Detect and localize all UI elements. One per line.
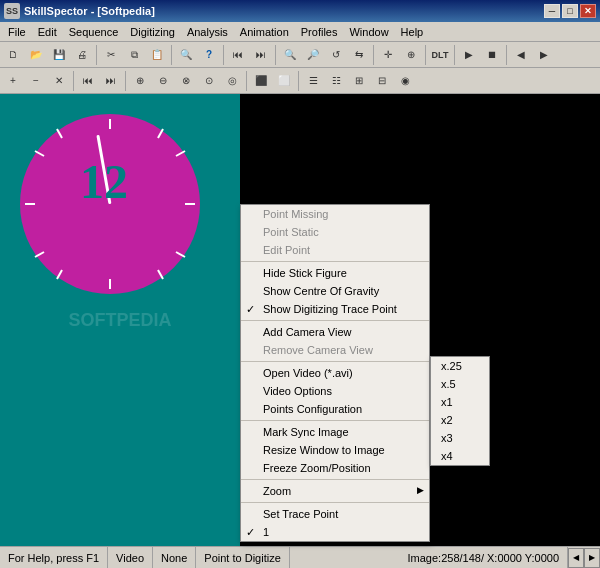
tool1-icon: ✛ — [384, 49, 392, 60]
new-icon: 🗋 — [8, 49, 18, 60]
zoom-btn4[interactable]: ⊙ — [198, 70, 220, 92]
menu-bar: File Edit Sequence Digitizing Analysis A… — [0, 22, 600, 42]
zoom-in-button[interactable]: 🔍 — [279, 44, 301, 66]
subtract-button[interactable]: − — [25, 70, 47, 92]
flip-icon: ⇆ — [355, 49, 363, 60]
misc-btn3[interactable]: ⊞ — [348, 70, 370, 92]
close-button[interactable]: ✕ — [580, 4, 596, 18]
ctx-sep4 — [241, 420, 429, 421]
ctx-point-missing[interactable]: Point Missing — [241, 205, 429, 223]
sub-x4[interactable]: x4 — [431, 447, 489, 465]
zoom-btn3-icon: ⊗ — [182, 75, 190, 86]
menu-animation[interactable]: Animation — [234, 22, 295, 41]
question-icon: ? — [206, 49, 212, 60]
nav2-button[interactable]: ▶ — [533, 44, 555, 66]
ctx-video-options[interactable]: Video Options — [241, 382, 429, 400]
skip-start-icon: ⏮ — [83, 75, 93, 86]
skip-end-button[interactable]: ⏭ — [100, 70, 122, 92]
add-button[interactable]: + — [2, 70, 24, 92]
search-button[interactable]: 🔍 — [175, 44, 197, 66]
menu-help[interactable]: Help — [395, 22, 430, 41]
ctx-edit-point[interactable]: Edit Point — [241, 241, 429, 259]
svg-line-10 — [35, 252, 44, 257]
tool1-button[interactable]: ✛ — [377, 44, 399, 66]
ctx-sep3 — [241, 361, 429, 362]
zoom-btn4-icon: ⊙ — [205, 75, 213, 86]
misc-btn5[interactable]: ◉ — [394, 70, 416, 92]
skip-start-button[interactable]: ⏮ — [77, 70, 99, 92]
cross-button[interactable]: ✕ — [48, 70, 70, 92]
menu-sequence[interactable]: Sequence — [63, 22, 125, 41]
menu-analysis[interactable]: Analysis — [181, 22, 234, 41]
sep10 — [125, 71, 126, 91]
next-frame-button[interactable]: ⏭ — [250, 44, 272, 66]
sub-x5[interactable]: x.5 — [431, 375, 489, 393]
zoom-btn3[interactable]: ⊗ — [175, 70, 197, 92]
context-menu: Point Missing Point Static Edit Point Hi… — [240, 204, 430, 542]
anim1-button[interactable]: ▶ — [458, 44, 480, 66]
tool2-button[interactable]: ⊕ — [400, 44, 422, 66]
svg-line-7 — [158, 270, 163, 279]
status-help: For Help, press F1 — [0, 547, 108, 568]
point-btn2[interactable]: ⬜ — [273, 70, 295, 92]
ctx-show-gravity[interactable]: Show Centre Of Gravity — [241, 282, 429, 300]
menu-edit[interactable]: Edit — [32, 22, 63, 41]
copy-button[interactable]: ⧉ — [123, 44, 145, 66]
ctx-resize-window[interactable]: Resize Window to Image — [241, 441, 429, 459]
svg-line-11 — [176, 252, 185, 257]
scroll-left-button[interactable]: ◀ — [568, 548, 584, 568]
menu-file[interactable]: File — [2, 22, 32, 41]
misc-btn1[interactable]: ☰ — [302, 70, 324, 92]
menu-digitizing[interactable]: Digitizing — [124, 22, 181, 41]
question-button[interactable]: ? — [198, 44, 220, 66]
sub-x25[interactable]: x.25 — [431, 357, 489, 375]
canvas-area[interactable]: SOFTPEDIA 12 — [0, 94, 240, 546]
zoom-btn5-icon: ◎ — [228, 75, 237, 86]
ctx-mark-sync[interactable]: Mark Sync Image — [241, 423, 429, 441]
ctx-show-trace[interactable]: Show Digitizing Trace Point — [241, 300, 429, 318]
menu-profiles[interactable]: Profiles — [295, 22, 344, 41]
sub-x3[interactable]: x3 — [431, 429, 489, 447]
ctx-freeze-zoom[interactable]: Freeze Zoom/Position — [241, 459, 429, 477]
ctx-hide-stick[interactable]: Hide Stick Figure — [241, 264, 429, 282]
zoom-btn5[interactable]: ◎ — [221, 70, 243, 92]
zoom-btn2[interactable]: ⊖ — [152, 70, 174, 92]
point-btn1-icon: ⬛ — [255, 75, 267, 86]
cut-button[interactable]: ✂ — [100, 44, 122, 66]
point-btn1[interactable]: ⬛ — [250, 70, 272, 92]
new-button[interactable]: 🗋 — [2, 44, 24, 66]
misc-btn4-icon: ⊟ — [378, 75, 386, 86]
rotate-button[interactable]: ↺ — [325, 44, 347, 66]
zoom-btn1[interactable]: ⊕ — [129, 70, 151, 92]
status-coords: Image:258/148/ X:0000 Y:0000 — [400, 547, 568, 568]
ctx-open-video[interactable]: Open Video (*.avi) — [241, 364, 429, 382]
ctx-remove-camera[interactable]: Remove Camera View — [241, 341, 429, 359]
sub-x1[interactable]: x1 — [431, 393, 489, 411]
zoom-out-button[interactable]: 🔎 — [302, 44, 324, 66]
anim2-button[interactable]: ⏹ — [481, 44, 503, 66]
sub-x2[interactable]: x2 — [431, 411, 489, 429]
ctx-point-static[interactable]: Point Static — [241, 223, 429, 241]
dlt-button[interactable]: DLT — [429, 44, 451, 66]
prev-frame-button[interactable]: ⏮ — [227, 44, 249, 66]
nav1-button[interactable]: ◀ — [510, 44, 532, 66]
minimize-button[interactable]: ─ — [544, 4, 560, 18]
menu-window[interactable]: Window — [343, 22, 394, 41]
open-icon: 📂 — [30, 49, 42, 60]
misc-btn4[interactable]: ⊟ — [371, 70, 393, 92]
ctx-set-trace[interactable]: Set Trace Point — [241, 505, 429, 523]
print-button[interactable]: 🖨 — [71, 44, 93, 66]
paste-button[interactable]: 📋 — [146, 44, 168, 66]
flip-button[interactable]: ⇆ — [348, 44, 370, 66]
scroll-right-button[interactable]: ▶ — [584, 548, 600, 568]
misc-btn2[interactable]: ☷ — [325, 70, 347, 92]
ctx-points-config[interactable]: Points Configuration — [241, 400, 429, 418]
maximize-button[interactable]: □ — [562, 4, 578, 18]
open-button[interactable]: 📂 — [25, 44, 47, 66]
ctx-add-camera[interactable]: Add Camera View — [241, 323, 429, 341]
save-icon: 💾 — [53, 49, 65, 60]
ctx-1[interactable]: 1 — [241, 523, 429, 541]
save-button[interactable]: 💾 — [48, 44, 70, 66]
dlt-label: DLT — [432, 50, 449, 60]
ctx-zoom[interactable]: Zoom — [241, 482, 429, 500]
